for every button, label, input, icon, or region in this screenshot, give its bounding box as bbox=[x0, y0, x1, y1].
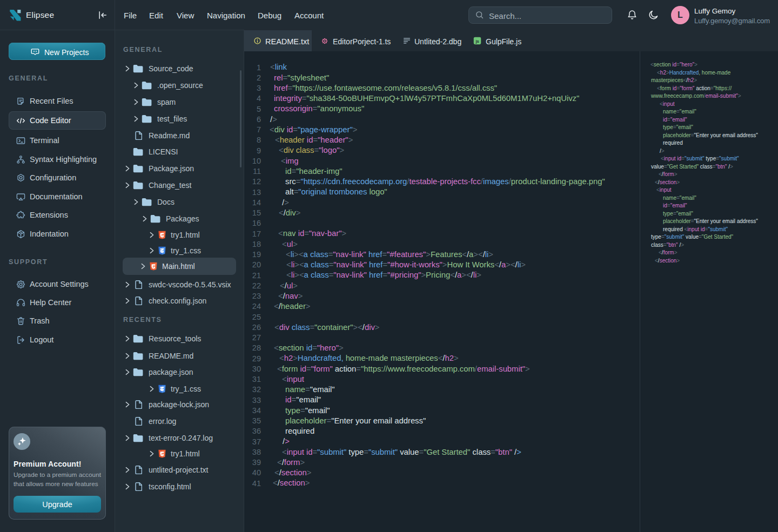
svg-text:js: js bbox=[475, 39, 479, 44]
